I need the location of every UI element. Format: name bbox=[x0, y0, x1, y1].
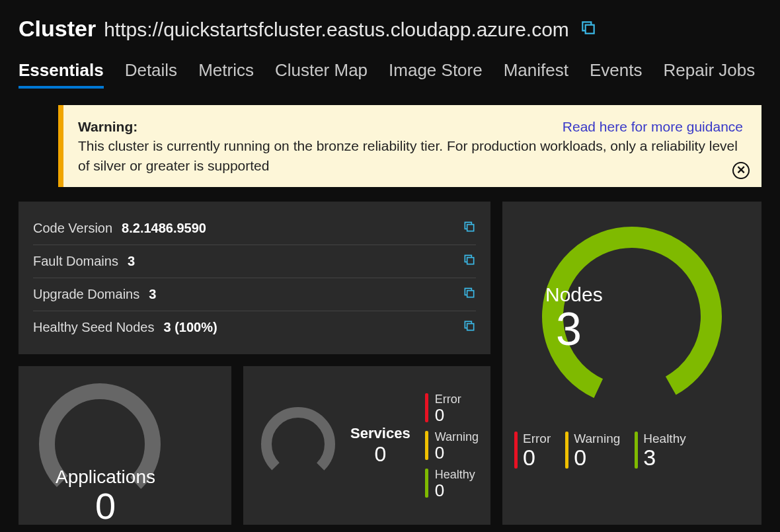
row-code-version: Code Version 8.2.1486.9590 bbox=[33, 212, 476, 245]
nodes-error-value: 0 bbox=[523, 446, 551, 469]
svg-rect-3 bbox=[467, 291, 474, 297]
tab-metrics[interactable]: Metrics bbox=[198, 60, 254, 89]
cluster-url: https://quickstartsfcluster.eastus.cloud… bbox=[104, 19, 569, 41]
warning-message: This cluster is currently running on the… bbox=[78, 136, 743, 175]
nodes-healthy-label: Healthy bbox=[643, 432, 685, 446]
services-panel: Services 0 Error0 Warning0 Healthy0 bbox=[243, 366, 490, 525]
legend-healthy-label: Healthy bbox=[435, 468, 475, 482]
warning-label: Warning: bbox=[78, 117, 137, 136]
warning-guidance-link[interactable]: Read here for more guidance bbox=[563, 117, 743, 136]
svg-rect-0 bbox=[585, 25, 594, 34]
row-fault-domains: Fault Domains 3 bbox=[33, 245, 476, 278]
nodes-warning-label: Warning bbox=[574, 432, 620, 446]
copy-healthy-seed-icon[interactable] bbox=[463, 319, 476, 336]
nodes-warning-value: 0 bbox=[574, 446, 620, 469]
tab-essentials[interactable]: Essentials bbox=[19, 60, 104, 89]
info-panel: Code Version 8.2.1486.9590 Fault Domains… bbox=[19, 202, 490, 354]
tab-manifest[interactable]: Manifest bbox=[504, 60, 568, 89]
value-upgrade-domains: 3 bbox=[149, 287, 156, 302]
svg-rect-2 bbox=[467, 258, 474, 264]
copy-code-version-icon[interactable] bbox=[463, 220, 476, 237]
row-upgrade-domains: Upgrade Domains 3 bbox=[33, 278, 476, 311]
warning-banner: Warning: Read here for more guidance Thi… bbox=[58, 105, 761, 187]
copy-fault-domains-icon[interactable] bbox=[463, 253, 476, 270]
value-healthy-seed: 3 (100%) bbox=[163, 320, 217, 335]
page-header: Cluster https://quickstartsfcluster.east… bbox=[19, 16, 761, 42]
svg-rect-1 bbox=[467, 225, 474, 231]
label-upgrade-domains: Upgrade Domains bbox=[33, 287, 139, 302]
nodes-panel: Nodes 3 Error0 Warning0 Healthy3 bbox=[502, 202, 761, 525]
services-legend-error: Error0 bbox=[425, 393, 479, 424]
services-legend-healthy: Healthy0 bbox=[425, 468, 479, 499]
nodes-ring-icon: Nodes 3 bbox=[529, 217, 734, 418]
nodes-legend-warning: Warning0 bbox=[565, 432, 620, 469]
nodes-legend-error: Error0 bbox=[514, 432, 551, 469]
copy-url-icon[interactable] bbox=[580, 19, 597, 36]
copy-upgrade-domains-icon[interactable] bbox=[463, 286, 476, 303]
error-color-bar bbox=[514, 432, 518, 469]
tab-details[interactable]: Details bbox=[125, 60, 177, 89]
page-title: Cluster bbox=[19, 16, 96, 42]
value-code-version: 8.2.1486.9590 bbox=[122, 221, 206, 236]
nodes-count: 3 bbox=[556, 306, 603, 352]
healthy-color-bar bbox=[425, 469, 428, 498]
tab-bar: Essentials Details Metrics Cluster Map I… bbox=[19, 60, 761, 89]
error-color-bar bbox=[425, 393, 428, 422]
legend-error-value: 0 bbox=[435, 406, 461, 424]
label-fault-domains: Fault Domains bbox=[33, 254, 118, 269]
value-fault-domains: 3 bbox=[128, 254, 135, 269]
warning-color-bar bbox=[565, 432, 568, 469]
nodes-legend: Error0 Warning0 Healthy3 bbox=[514, 432, 750, 469]
legend-warning-label: Warning bbox=[435, 430, 479, 444]
nodes-label: Nodes bbox=[545, 284, 603, 306]
tab-cluster-map[interactable]: Cluster Map bbox=[275, 60, 368, 89]
applications-panel: Applications 0 bbox=[19, 366, 231, 525]
applications-count: 0 bbox=[56, 488, 155, 525]
healthy-color-bar bbox=[635, 432, 638, 469]
tab-events[interactable]: Events bbox=[590, 60, 643, 89]
services-label: Services bbox=[350, 425, 410, 442]
svg-rect-4 bbox=[467, 324, 474, 330]
label-code-version: Code Version bbox=[33, 221, 112, 236]
nodes-healthy-value: 3 bbox=[643, 446, 685, 469]
row-healthy-seed: Healthy Seed Nodes 3 (100%) bbox=[33, 311, 476, 344]
services-ring-icon bbox=[255, 401, 341, 490]
legend-error-label: Error bbox=[435, 393, 461, 406]
services-legend-warning: Warning0 bbox=[425, 430, 479, 461]
legend-healthy-value: 0 bbox=[435, 482, 475, 499]
tab-repair-jobs[interactable]: Repair Jobs bbox=[663, 60, 755, 89]
svg-point-6 bbox=[255, 401, 341, 487]
legend-warning-value: 0 bbox=[435, 444, 479, 461]
warning-color-bar bbox=[425, 431, 428, 460]
nodes-error-label: Error bbox=[523, 432, 551, 446]
services-count: 0 bbox=[350, 442, 410, 467]
services-legend: Error0 Warning0 Healthy0 bbox=[425, 393, 479, 499]
tab-image-store[interactable]: Image Store bbox=[389, 60, 483, 89]
close-warning-icon[interactable]: ✕ bbox=[732, 162, 750, 179]
label-healthy-seed: Healthy Seed Nodes bbox=[33, 320, 154, 335]
nodes-legend-healthy: Healthy3 bbox=[635, 432, 685, 469]
